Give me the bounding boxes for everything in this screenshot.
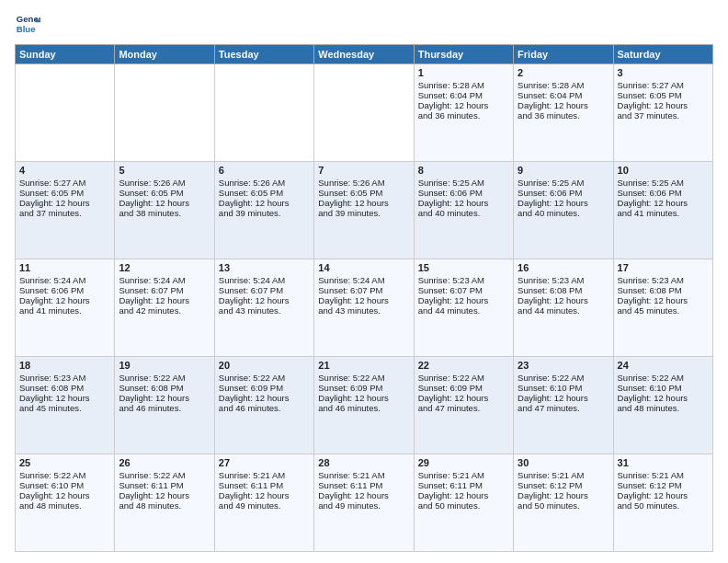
day-info-line: Sunrise: 5:24 AM [318,275,409,285]
calendar-cell-empty [214,64,313,162]
day-number: 17 [618,262,709,273]
day-number: 27 [219,457,310,468]
day-info-line: and 50 minutes. [618,500,709,511]
calendar-cell-25: 25Sunrise: 5:22 AMSunset: 6:10 PMDayligh… [16,454,115,552]
calendar-cell-14: 14Sunrise: 5:24 AMSunset: 6:07 PMDayligh… [314,259,414,357]
day-info-line: Sunrise: 5:22 AM [518,373,609,383]
svg-text:Blue: Blue [17,24,36,34]
day-number: 2 [518,67,609,78]
logo: General Blue [15,11,40,37]
day-info-line: Sunset: 6:05 PM [19,188,110,198]
day-info-line: and 39 minutes. [318,208,409,218]
calendar-cell-2: 2Sunrise: 5:28 AMSunset: 6:04 PMDaylight… [514,64,613,162]
day-number: 28 [318,457,409,468]
day-info-line: Sunset: 6:05 PM [618,90,709,100]
day-info-line: Sunset: 6:07 PM [119,285,210,295]
day-info-line: Daylight: 12 hours [618,490,709,500]
day-info-line: Sunset: 6:11 PM [418,480,509,490]
day-info-line: and 46 minutes. [219,403,310,413]
day-info-line: Sunset: 6:11 PM [119,480,210,490]
day-info-line: Daylight: 12 hours [318,198,409,208]
calendar-header-friday: Friday [514,45,613,64]
calendar-header-saturday: Saturday [613,45,712,64]
day-info-line: and 46 minutes. [119,403,210,413]
day-info-line: Sunrise: 5:28 AM [418,80,509,90]
day-info-line: and 49 minutes. [219,500,310,511]
day-info-line: Daylight: 12 hours [318,490,409,500]
day-info-line: Sunrise: 5:26 AM [119,178,210,188]
calendar-cell-empty [314,64,414,162]
day-number: 3 [618,67,709,78]
day-info-line: and 43 minutes. [219,305,310,316]
day-info-line: Sunrise: 5:25 AM [518,178,609,188]
calendar-cell-19: 19Sunrise: 5:22 AMSunset: 6:08 PMDayligh… [115,357,214,454]
calendar-cell-24: 24Sunrise: 5:22 AMSunset: 6:10 PMDayligh… [613,357,712,454]
day-info-line: Daylight: 12 hours [418,100,509,110]
day-info-line: Sunset: 6:08 PM [518,285,609,295]
day-info-line: Daylight: 12 hours [418,490,509,500]
day-number: 4 [19,165,110,176]
day-info-line: Sunrise: 5:22 AM [418,373,509,383]
calendar-cell-23: 23Sunrise: 5:22 AMSunset: 6:10 PMDayligh… [514,357,613,454]
day-info-line: Daylight: 12 hours [119,295,210,305]
day-number: 20 [219,360,310,371]
day-info-line: Sunrise: 5:21 AM [618,470,709,480]
calendar-week-1: 1Sunrise: 5:28 AMSunset: 6:04 PMDaylight… [16,64,713,162]
logo-icon: General Blue [15,11,40,37]
day-info-line: Sunset: 6:07 PM [219,285,310,295]
day-info-line: Daylight: 12 hours [618,198,709,208]
day-info-line: and 36 minutes. [518,110,609,121]
day-info-line: Daylight: 12 hours [518,295,609,305]
day-info-line: Sunset: 6:09 PM [418,383,509,393]
day-number: 8 [418,165,509,176]
day-number: 11 [19,262,110,273]
calendar-cell-11: 11Sunrise: 5:24 AMSunset: 6:06 PMDayligh… [16,259,115,357]
day-info-line: and 43 minutes. [318,305,409,316]
day-info-line: Daylight: 12 hours [418,198,509,208]
day-info-line: Sunset: 6:10 PM [19,480,110,490]
day-info-line: and 39 minutes. [219,208,310,218]
day-info-line: Sunset: 6:05 PM [219,188,310,198]
day-info-line: Sunrise: 5:27 AM [618,80,709,90]
day-info-line: Sunset: 6:08 PM [19,383,110,393]
day-info-line: Daylight: 12 hours [318,393,409,403]
calendar-header-monday: Monday [115,45,214,64]
day-info-line: Sunrise: 5:22 AM [318,373,409,383]
calendar-week-3: 11Sunrise: 5:24 AMSunset: 6:06 PMDayligh… [16,259,713,357]
calendar-cell-16: 16Sunrise: 5:23 AMSunset: 6:08 PMDayligh… [514,259,613,357]
day-info-line: and 47 minutes. [518,403,609,413]
day-info-line: Sunrise: 5:23 AM [19,373,110,383]
day-info-line: Sunrise: 5:21 AM [518,470,609,480]
day-info-line: and 44 minutes. [518,305,609,316]
day-info-line: Sunrise: 5:23 AM [618,275,709,285]
day-info-line: Sunrise: 5:21 AM [418,470,509,480]
calendar-table: SundayMondayTuesdayWednesdayThursdayFrid… [15,44,713,552]
calendar-cell-12: 12Sunrise: 5:24 AMSunset: 6:07 PMDayligh… [115,259,214,357]
day-info-line: Sunrise: 5:21 AM [219,470,310,480]
calendar-cell-6: 6Sunrise: 5:26 AMSunset: 6:05 PMDaylight… [214,162,313,259]
day-info-line: Sunset: 6:11 PM [318,480,409,490]
day-info-line: Sunset: 6:12 PM [618,480,709,490]
day-info-line: Sunset: 6:06 PM [618,188,709,198]
day-info-line: Daylight: 12 hours [618,295,709,305]
day-number: 10 [618,165,709,176]
day-number: 12 [119,262,210,273]
day-info-line: and 47 minutes. [418,403,509,413]
day-info-line: and 42 minutes. [119,305,210,316]
day-info-line: and 44 minutes. [418,305,509,316]
day-number: 22 [418,360,509,371]
day-info-line: Sunrise: 5:27 AM [19,178,110,188]
day-info-line: Daylight: 12 hours [119,490,210,500]
day-info-line: and 48 minutes. [119,500,210,511]
day-number: 15 [418,262,509,273]
day-info-line: Sunset: 6:06 PM [418,188,509,198]
day-info-line: Sunset: 6:05 PM [318,188,409,198]
day-info-line: Daylight: 12 hours [518,198,609,208]
day-info-line: Daylight: 12 hours [518,100,609,110]
day-number: 24 [618,360,709,371]
calendar-week-5: 25Sunrise: 5:22 AMSunset: 6:10 PMDayligh… [16,454,713,552]
calendar-header-sunday: Sunday [16,45,115,64]
day-info-line: Daylight: 12 hours [19,490,110,500]
day-info-line: Sunset: 6:05 PM [119,188,210,198]
calendar-cell-empty [16,64,115,162]
